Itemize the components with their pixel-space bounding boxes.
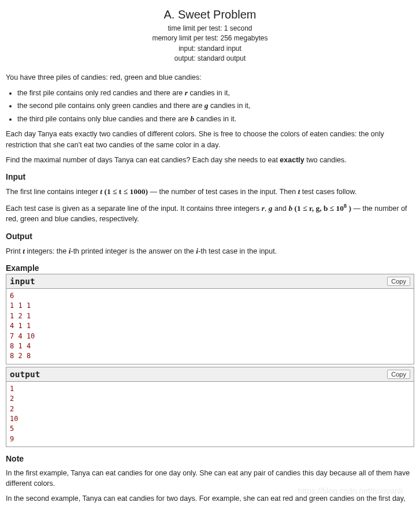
note-paragraph: In the second example, Tanya can eat can… [6,493,414,506]
text: two candies. [304,156,347,164]
example-input-header: input Copy [6,274,414,289]
text: The first line contains integer [6,188,100,196]
text: , [265,204,269,213]
copy-input-button[interactable]: Copy [387,277,410,286]
piles-list: the first pile contains only red candies… [17,87,414,125]
list-item: the first pile contains only red candies… [17,87,414,99]
output-mode: output: standard output [6,54,414,64]
intro-paragraph: You have three piles of candies: red, gr… [6,72,414,83]
text: test cases follow. [300,188,356,196]
bullet-text: the first pile contains only red candies… [17,89,185,97]
math-var: g [269,204,273,213]
math-expr: (1 ≤ t ≤ 1000) [102,187,148,196]
bullet-text: the third pile contains only blue candie… [17,115,191,123]
emphasis: exactly [280,156,304,164]
example-input-label: input [10,277,35,286]
text: -th test case in the input. [198,247,277,255]
list-item: the second pile contains only green cand… [17,100,414,111]
bullet-text: candies in it, [188,89,230,97]
input-desc-1: The first line contains integer t (1 ≤ t… [6,186,414,198]
note-section-title: Note [6,454,414,463]
example-input-box: input Copy 6 1 1 1 1 2 1 4 1 1 7 4 10 8 … [6,274,414,364]
text: Print [6,247,23,255]
problem-title: A. Sweet Problem [6,8,414,21]
example-output-data: 1 2 2 10 5 9 [6,382,414,447]
bullet-text: candies in it, [209,102,251,110]
example-output-header: output Copy [6,367,414,382]
output-desc: Print t integers: the i-th printed integ… [6,245,414,257]
memory-limit: memory limit per test: 256 megabytes [6,34,414,43]
rule-paragraph: Each day Tanya eats exactly two candies … [6,129,414,150]
text: and [273,204,289,213]
example-input-data: 6 1 1 1 1 2 1 4 1 1 7 4 10 8 1 4 8 2 8 [6,289,414,364]
math-var: g [205,101,209,110]
input-desc-2: Each test case is given as a separate li… [6,202,414,224]
text: — the number of test cases in the input.… [148,188,298,196]
question-paragraph: Find the maximal number of days Tanya ca… [6,155,414,165]
bullet-text: candies in it. [194,115,236,123]
limits-block: time limit per test: 1 second memory lim… [6,24,414,64]
copy-output-button[interactable]: Copy [387,370,410,379]
example-section-title: Example [6,263,414,273]
input-mode: input: standard input [6,44,414,54]
text: -th printed integer is the answer on the [70,247,196,255]
math-expr: (1 ≤ r, g, b ≤ 108 ) [292,204,351,213]
text: Each test case is given as a separate li… [6,204,262,213]
note-paragraph: In the first example, Tanya can eat cand… [6,468,414,489]
example-output-label: output [10,370,40,379]
text: Find the maximal number of days Tanya ca… [6,156,280,164]
text: integers: the [25,247,69,255]
bullet-text: the second pile contains only green cand… [17,102,205,110]
list-item: the third pile contains only blue candie… [17,113,414,125]
input-section-title: Input [6,172,414,181]
time-limit: time limit per test: 1 second [6,24,414,34]
output-section-title: Output [6,232,414,241]
example-output-box: output Copy 1 2 2 10 5 9 [6,367,414,447]
